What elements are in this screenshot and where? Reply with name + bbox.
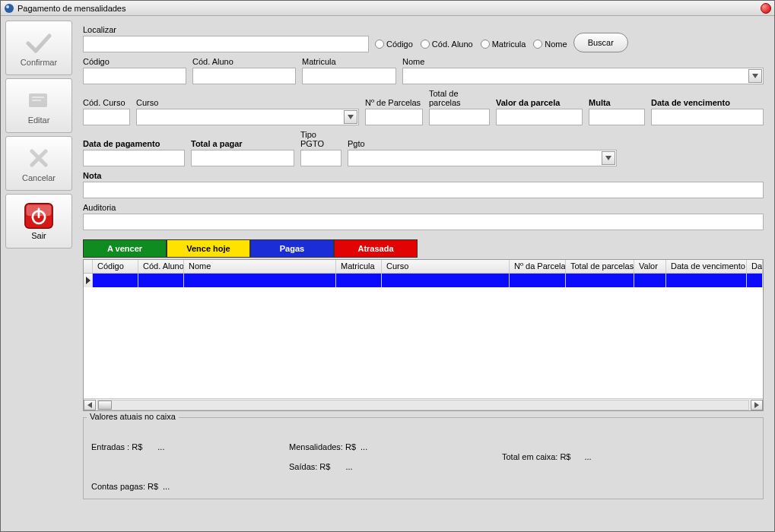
confirm-button[interactable]: Confirmar bbox=[5, 21, 72, 75]
curso-label: Curso bbox=[136, 98, 359, 107]
status-vence-hoje[interactable]: Vence hoje bbox=[167, 239, 250, 258]
nota-label: Nota bbox=[83, 171, 764, 180]
search-input[interactable] bbox=[83, 36, 369, 52]
exit-label: Sair bbox=[31, 231, 46, 240]
svg-point-1 bbox=[6, 5, 9, 8]
pagamento-window: Pagamento de mensalidades Confirmar Edit… bbox=[0, 0, 775, 532]
th-cod-aluno[interactable]: Cód. Aluno bbox=[138, 260, 184, 273]
scroll-track[interactable] bbox=[97, 400, 749, 410]
valores-group-title: Valores atuais no caixa bbox=[87, 412, 179, 421]
auditoria-label: Auditoria bbox=[83, 203, 764, 212]
cod-curso-label: Cód. Curso bbox=[83, 98, 130, 107]
horizontal-scrollbar[interactable] bbox=[84, 398, 763, 410]
codigo-label: Código bbox=[83, 57, 186, 66]
cod-curso-input[interactable] bbox=[83, 109, 130, 125]
sidebar: Confirmar Editar Cancelar bbox=[1, 16, 77, 531]
table-row[interactable] bbox=[84, 274, 763, 287]
total-parcelas-input[interactable] bbox=[429, 109, 490, 125]
nome-combo[interactable] bbox=[402, 68, 764, 84]
n-parcelas-input[interactable] bbox=[365, 109, 423, 125]
total-caixa-row: Total em caixa: R$ ... bbox=[502, 442, 730, 471]
total-pagar-label: Total a pagar bbox=[191, 139, 294, 148]
radio-icon bbox=[533, 40, 542, 49]
cod-aluno-label: Cód. Aluno bbox=[192, 57, 296, 66]
radio-nome[interactable]: Nome bbox=[533, 40, 567, 49]
data-pag-label: Data de pagamento bbox=[83, 139, 185, 148]
chevron-down-icon bbox=[602, 151, 615, 165]
chevron-down-icon bbox=[748, 69, 762, 83]
titlebar: Pagamento de mensalidades bbox=[1, 1, 774, 16]
row-pointer-icon bbox=[84, 274, 93, 287]
auditoria-input[interactable] bbox=[83, 214, 764, 230]
table-header: Código Cód. Aluno Nome Matricula Curso N… bbox=[84, 260, 763, 274]
mensalidades-row: Mensalidades: R$ ... bbox=[289, 442, 487, 451]
close-icon[interactable] bbox=[761, 3, 771, 14]
data-pag-input[interactable] bbox=[83, 150, 185, 166]
th-n-parcela[interactable]: Nº da Parcela bbox=[510, 260, 566, 273]
confirm-label: Confirmar bbox=[21, 58, 57, 67]
exit-button[interactable]: Sair bbox=[5, 194, 72, 249]
total-pagar-input[interactable] bbox=[191, 150, 294, 166]
scroll-thumb[interactable] bbox=[98, 401, 112, 410]
radio-cod-aluno[interactable]: Cód. Aluno bbox=[421, 40, 473, 49]
cancel-button[interactable]: Cancelar bbox=[5, 136, 72, 191]
app-icon bbox=[4, 3, 14, 14]
data-venc-input[interactable] bbox=[651, 109, 764, 125]
scroll-right-icon[interactable] bbox=[751, 400, 763, 410]
pgto-combo[interactable] bbox=[348, 150, 617, 166]
x-icon bbox=[24, 144, 54, 172]
search-label: Localizar bbox=[83, 25, 369, 34]
radio-icon bbox=[481, 40, 490, 49]
status-a-vencer[interactable]: A vencer bbox=[83, 239, 167, 258]
content-area: Localizar Código Cód. Aluno Matricula No… bbox=[77, 16, 774, 531]
status-legend: A vencer Vence hoje Pagas Atrasada bbox=[83, 239, 764, 258]
svg-marker-11 bbox=[752, 74, 758, 78]
status-atrasada[interactable]: Atrasada bbox=[334, 239, 418, 258]
th-total-parcelas[interactable]: Total de parcelas bbox=[566, 260, 634, 273]
th-extra[interactable]: Da bbox=[747, 260, 763, 273]
svg-rect-3 bbox=[32, 97, 44, 98]
status-pagas[interactable]: Pagas bbox=[250, 239, 334, 258]
cod-aluno-input[interactable] bbox=[192, 68, 296, 84]
radio-codigo[interactable]: Código bbox=[375, 40, 413, 49]
valores-caixa-group: Valores atuais no caixa Entradas : R$ ..… bbox=[83, 417, 764, 499]
window-title: Pagamento de mensalidades bbox=[17, 4, 761, 13]
svg-point-0 bbox=[5, 4, 14, 13]
mensalidades-table[interactable]: Código Cód. Aluno Nome Matricula Curso N… bbox=[83, 259, 764, 411]
entradas-row: Entradas : R$ ... bbox=[91, 442, 274, 451]
contas-pagas-row: Contas pagas: R$ ... bbox=[91, 482, 274, 491]
matricula-input[interactable] bbox=[302, 68, 396, 84]
cancel-label: Cancelar bbox=[22, 173, 56, 182]
codigo-input[interactable] bbox=[83, 68, 186, 84]
multa-input[interactable] bbox=[589, 109, 645, 125]
n-parcelas-label: Nº de Parcelas bbox=[365, 98, 423, 107]
svg-marker-15 bbox=[87, 402, 92, 408]
th-matricula[interactable]: Matricula bbox=[336, 260, 382, 273]
search-button[interactable]: Buscar bbox=[573, 33, 628, 52]
th-data-venc[interactable]: Data de vencimento bbox=[666, 260, 747, 273]
power-icon bbox=[24, 202, 54, 230]
multa-label: Multa bbox=[589, 98, 645, 107]
radio-icon bbox=[421, 40, 430, 49]
pgto-label: Pgto bbox=[348, 139, 617, 148]
th-nome[interactable]: Nome bbox=[184, 260, 336, 273]
tipo-pgto-label: Tipo PGTO bbox=[300, 130, 341, 148]
tipo-pgto-input[interactable] bbox=[300, 150, 341, 166]
edit-icon bbox=[24, 87, 54, 114]
th-valor[interactable]: Valor bbox=[634, 260, 666, 273]
edit-label: Editar bbox=[28, 116, 50, 125]
chevron-down-icon bbox=[344, 110, 357, 124]
radio-matricula[interactable]: Matricula bbox=[481, 40, 526, 49]
th-curso[interactable]: Curso bbox=[382, 260, 510, 273]
svg-marker-14 bbox=[86, 277, 91, 284]
valor-parcela-label: Valor da parcela bbox=[496, 98, 583, 107]
scroll-left-icon[interactable] bbox=[84, 400, 96, 410]
curso-combo[interactable] bbox=[136, 109, 359, 125]
matricula-label: Matricula bbox=[302, 57, 396, 66]
nota-input[interactable] bbox=[83, 182, 764, 198]
th-codigo[interactable]: Código bbox=[93, 260, 138, 273]
svg-marker-13 bbox=[605, 156, 611, 160]
edit-button[interactable]: Editar bbox=[5, 78, 72, 133]
valor-parcela-input[interactable] bbox=[496, 109, 583, 125]
svg-marker-16 bbox=[754, 402, 759, 408]
